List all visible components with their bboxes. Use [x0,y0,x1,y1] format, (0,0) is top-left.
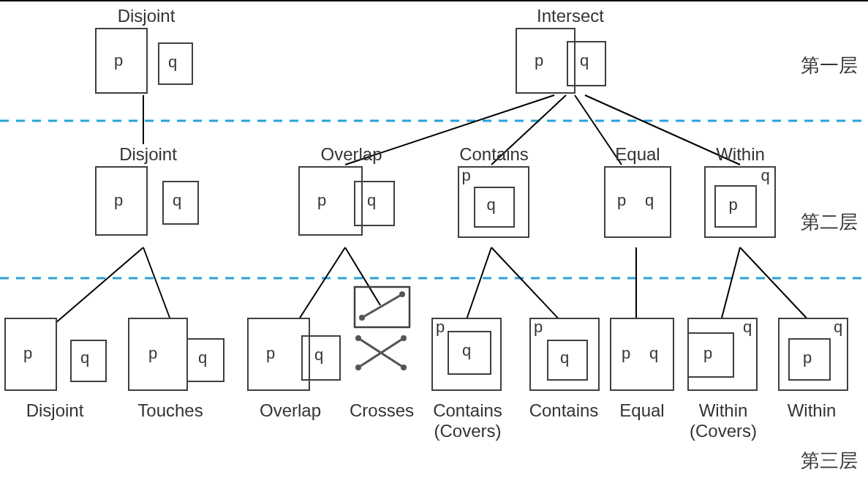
label-l3-within: Within [775,400,848,421]
q-label: q [173,191,181,210]
svg-point-22 [401,335,407,341]
node-l2-contains: Contains p q [452,144,536,239]
p-label: p [23,344,32,363]
layer2-label: 第二层 [801,209,858,235]
node-l3-within: q p [777,318,850,391]
node-l1-disjoint: Disjoint p q [95,6,197,97]
svg-point-21 [355,365,361,370]
svg-line-14 [720,247,740,324]
title-l1-intersect: Intersect [516,6,625,26]
p-label: p [317,191,326,210]
node-l3-equal: p q [608,318,676,391]
q-label: q [649,344,658,363]
svg-line-10 [345,247,380,305]
q-label: q [367,191,376,210]
node-l3-overlap: p q [247,318,346,391]
svg-line-23 [358,338,404,367]
p-label: p [114,51,123,70]
node-l3-disjoint: p q [4,318,110,391]
node-l3-contains: p q [528,318,601,391]
svg-point-16 [359,315,365,321]
svg-line-8 [143,247,172,324]
layer3-label: 第三层 [801,448,858,474]
title-l2-equal: Equal [601,144,674,165]
p-label: p [114,191,123,210]
q-label: q [80,348,89,367]
p-label: p [703,344,712,363]
p-label: p [622,344,630,363]
svg-line-18 [362,294,402,318]
q-label: q [560,348,569,367]
node-l1-intersect: Intersect p q [516,6,625,97]
layer1-label: 第一层 [801,53,858,78]
title-l1-disjoint: Disjoint [95,6,197,26]
node-l2-overlap: Overlap p q [298,144,404,239]
svg-line-9 [296,247,345,324]
node-l2-within: Within q p [702,144,779,239]
p-label: p [535,51,543,70]
q-label: q [834,318,842,337]
q-label: q [645,191,654,210]
node-l2-disjoint: Disjoint p q [95,144,201,239]
svg-line-15 [740,247,812,324]
label-l3-contains-covers: Contains (Covers) [426,400,510,441]
node-l3-touches: p q [128,318,227,391]
label-l3-disjoint: Disjoint [15,400,95,421]
q-label: q [580,51,589,70]
p-label: p [462,166,471,185]
q-label: q [198,348,207,367]
label-l3-touches: Touches [130,400,211,421]
q-label: q [314,346,323,365]
title-l2-disjoint: Disjoint [95,144,201,165]
svg-rect-25 [355,287,410,327]
q-label: q [462,341,471,360]
svg-line-12 [491,247,563,324]
svg-line-7 [55,247,143,324]
label-l3-equal: Equal [613,400,671,421]
label-l3-contains: Contains [524,400,604,421]
svg-point-20 [401,365,407,370]
label-l3-crosses: Crosses [345,400,418,421]
q-label: q [743,318,752,337]
svg-line-11 [465,247,491,324]
q-label: q [761,166,770,185]
title-l2-overlap: Overlap [298,144,404,165]
p-label: p [729,195,738,214]
node-l3-contains-covers: p q [430,318,503,391]
svg-point-19 [355,335,361,341]
node-l2-equal: Equal p q [601,144,674,239]
p-label: p [148,344,157,363]
p-label: p [803,348,812,367]
label-l3-within-covers: Within (Covers) [683,400,763,441]
q-label: q [168,53,177,72]
title-l2-within: Within [702,144,779,165]
label-l3-overlap: Overlap [250,400,331,421]
node-l3-within-covers: q p [686,318,759,391]
diagram-stage: 第一层 第二层 第三层 Disjoint p q Intersect p q D… [0,0,868,478]
title-l2-contains: Contains [452,144,536,165]
svg-line-24 [358,338,404,367]
p-label: p [617,191,626,210]
p-label: p [436,318,445,337]
p-label: p [266,344,275,363]
svg-point-17 [399,291,405,297]
q-label: q [487,195,496,214]
p-label: p [534,318,543,337]
